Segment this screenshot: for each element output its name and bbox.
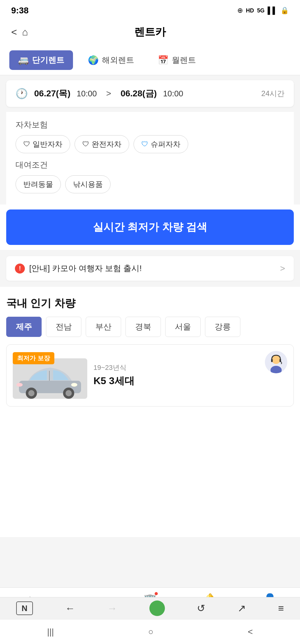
- hd-icon: HD: [246, 7, 254, 14]
- browser-forward-button[interactable]: →: [107, 603, 117, 614]
- date-arrow-icon: >: [106, 89, 111, 99]
- svg-point-8: [16, 383, 23, 387]
- chip-general-insurance[interactable]: 🛡 일반자차: [16, 135, 70, 153]
- svg-point-3: [28, 390, 34, 396]
- status-bar: 9:38 ⊕ HD 5G ▌▌ 🔒: [0, 0, 300, 19]
- back-button[interactable]: <: [248, 627, 253, 637]
- region-tabs: 제주 전남 부산 경북 서울 강릉: [6, 317, 294, 337]
- car-info: 19~23년식 K5 3세대: [93, 363, 287, 388]
- back-icon[interactable]: <: [11, 26, 17, 38]
- browser-back-button[interactable]: ←: [65, 603, 75, 614]
- car-card[interactable]: 최저가 보장: [6, 344, 294, 407]
- end-date: 06.28(금): [120, 88, 157, 99]
- car-image-wrap: 최저가 보장: [13, 352, 87, 399]
- signal-icon: ▌▌: [268, 7, 277, 15]
- support-agent-icon[interactable]: [265, 351, 287, 373]
- browser-menu-button[interactable]: ≡: [278, 603, 284, 614]
- chip-full-label: 완전자차: [92, 139, 121, 149]
- region-tab-jeonnam[interactable]: 전남: [46, 317, 81, 337]
- header-back-buttons[interactable]: < ⌂: [11, 26, 28, 38]
- notice-banner[interactable]: ! [안내] 카모아 여행자 보험 출시! >: [6, 256, 294, 281]
- status-time: 9:38: [11, 6, 29, 16]
- best-price-badge: 최저가 보장: [13, 352, 54, 364]
- chip-full-insurance[interactable]: 🛡 완전자차: [75, 135, 129, 153]
- bluetooth-icon: ⊕: [237, 7, 243, 15]
- browser-home-button[interactable]: [149, 600, 165, 616]
- browser-n-button[interactable]: N: [16, 601, 33, 615]
- home-button[interactable]: ○: [148, 627, 153, 637]
- status-icons: ⊕ HD 5G ▌▌ 🔒: [237, 7, 289, 15]
- tab-monthly-rent-label: 월렌트: [172, 55, 196, 66]
- rental-conditions-chips: 반려동물 낚시용품: [16, 175, 284, 193]
- search-button-wrap: 실시간 최저가 차량 검색: [0, 205, 300, 250]
- clock-icon: 🕐: [16, 88, 28, 99]
- start-date: 06.27(목): [34, 88, 70, 99]
- agent-avatar: [265, 351, 287, 373]
- notice-alert-icon: !: [15, 264, 25, 274]
- notice-chevron-right-icon: >: [280, 264, 285, 274]
- chip-fishing[interactable]: 낚시용품: [65, 175, 111, 193]
- 5g-icon: 5G: [257, 7, 265, 14]
- shield-icon-1: 🛡: [23, 140, 30, 148]
- recents-button[interactable]: |||: [47, 627, 54, 637]
- short-rent-icon: 🚐: [18, 55, 29, 65]
- chip-general-label: 일반자차: [33, 139, 62, 149]
- popular-cars-section: 국내 인기 차량 제주 전남 부산 경북 서울 강릉 최저가 보장: [0, 287, 300, 537]
- start-time: 10:00: [77, 89, 97, 99]
- date-content: 🕐 06.27(목) 10:00 > 06.28(금) 10:00: [16, 88, 261, 99]
- system-bar: ||| ○ <: [0, 619, 300, 644]
- region-tab-gangneung[interactable]: 강릉: [205, 317, 240, 337]
- svg-point-7: [71, 383, 77, 387]
- chip-pet-label: 반려동물: [23, 179, 53, 189]
- tab-short-rent-label: 단기렌트: [32, 55, 64, 66]
- notice-text: [안내] 카모아 여행자 보험 출시!: [29, 263, 142, 274]
- tab-overseas-rent-label: 해외렌트: [102, 55, 134, 66]
- insurance-section: 자차보험 🛡 일반자차 🛡 완전자차 🛡 슈퍼자차 대여조건 반려동물 낚시용품: [6, 112, 294, 205]
- tab-bar: 🚐 단기렌트 🌍 해외렌트 📅 월렌트: [0, 45, 300, 75]
- popular-cars-title: 국내 인기 차량: [6, 296, 294, 310]
- home-icon[interactable]: ⌂: [22, 26, 28, 38]
- tab-short-rent[interactable]: 🚐 단기렌트: [9, 50, 73, 70]
- chip-pet[interactable]: 반려동물: [16, 175, 61, 193]
- scroll-space: [6, 413, 294, 537]
- search-button[interactable]: 실시간 최저가 차량 검색: [6, 209, 294, 245]
- browser-share-button[interactable]: ↗: [238, 602, 246, 614]
- rental-conditions-label: 대여조건: [16, 159, 284, 170]
- overseas-icon: 🌍: [88, 55, 99, 65]
- insurance-chips: 🛡 일반자차 🛡 완전자차 🛡 슈퍼자차: [16, 135, 284, 153]
- region-tab-busan[interactable]: 부산: [86, 317, 121, 337]
- svg-rect-12: [271, 359, 273, 362]
- car-svg: [13, 358, 87, 399]
- shield-icon-3: 🛡: [141, 140, 148, 148]
- insurance-label: 자차보험: [16, 119, 284, 130]
- chip-super-insurance[interactable]: 🛡 슈퍼자차: [134, 135, 188, 153]
- header: < ⌂ 렌트카: [0, 19, 300, 45]
- date-section[interactable]: 🕐 06.27(목) 10:00 > 06.28(금) 10:00 24시간: [6, 80, 294, 107]
- lock-icon: 🔒: [280, 7, 289, 15]
- page-title: 렌트카: [134, 25, 166, 39]
- browser-refresh-button[interactable]: ↺: [197, 602, 205, 614]
- date-duration: 24시간: [261, 89, 284, 99]
- browser-toolbar: N ← → ↺ ↗ ≡: [0, 597, 300, 619]
- chip-super-label: 슈퍼자차: [151, 139, 180, 149]
- end-time: 10:00: [163, 89, 183, 99]
- shield-icon-2: 🛡: [82, 140, 89, 148]
- tab-monthly-rent[interactable]: 📅 월렌트: [149, 50, 205, 70]
- notice-left: ! [안내] 카모아 여행자 보험 출시!: [15, 263, 142, 274]
- region-tab-jeju[interactable]: 제주: [6, 317, 42, 337]
- car-card-inner: 최저가 보장: [7, 345, 293, 406]
- region-tab-seoul[interactable]: 서울: [165, 317, 201, 337]
- svg-point-5: [66, 390, 72, 396]
- car-image: [13, 358, 87, 399]
- tab-overseas-rent[interactable]: 🌍 해외렌트: [79, 50, 143, 70]
- monthly-icon: 📅: [158, 55, 169, 65]
- chip-fishing-label: 낚시용품: [73, 179, 103, 189]
- region-tab-gyeongbuk[interactable]: 경북: [125, 317, 161, 337]
- car-name: K5 3세대: [93, 374, 287, 388]
- car-year: 19~23년식: [93, 363, 287, 372]
